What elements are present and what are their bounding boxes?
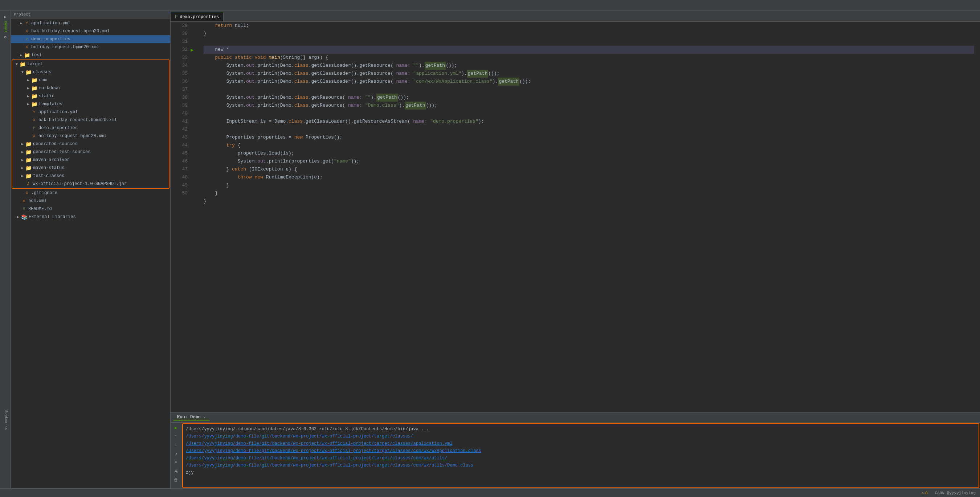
list-item[interactable]: ▶ Y application.yml <box>11 19 170 27</box>
folder-icon: 📁 <box>31 93 37 99</box>
run-up-button[interactable]: ↑ <box>172 433 180 440</box>
run-icon[interactable]: ▶ <box>1 12 10 21</box>
list-item[interactable]: ▶ 📁 templates <box>12 100 169 108</box>
output-link[interactable]: /Users/yyvyjinying/demo-file/git/backend… <box>186 433 414 440</box>
tab-label: demo.properties <box>180 14 219 20</box>
code-line: return null; <box>204 22 974 30</box>
editor-content[interactable]: 29 30 31 32 33 34 35 36 37 38 39 40 41 4… <box>170 22 980 412</box>
file-tree: ▶ Y application.yml X bak-holiday-reques… <box>11 19 170 488</box>
run-dropdown-icon[interactable]: ∨ <box>203 415 206 419</box>
code-area[interactable]: return null; } new * public static void … <box>198 22 980 412</box>
yml-icon: Y <box>24 20 30 26</box>
folder-icon: 📁 <box>20 61 26 67</box>
output-line: zjy <box>186 469 976 476</box>
list-item[interactable]: P demo.properties <box>11 35 170 43</box>
file-name: bak-holiday-request.bpmn20.xml <box>31 29 110 34</box>
code-line: } catch (IOException e) { <box>204 165 974 173</box>
list-item[interactable]: ▶ 📁 maven-status <box>12 164 169 172</box>
settings-icon[interactable]: ⚙ <box>1 33 10 41</box>
code-line: throw new RuntimeException(e); <box>204 173 974 181</box>
folder-icon: 📁 <box>31 85 37 91</box>
list-item[interactable]: X holiday-request.bpmn20.xml <box>11 43 170 51</box>
code-line <box>204 125 974 133</box>
output-line[interactable]: /Users/yyvyjinying/demo-file/git/backend… <box>186 433 976 440</box>
tree-arrow: ▶ <box>20 142 25 146</box>
run-panel-tabs: Run: Demo ∨ <box>170 413 980 422</box>
run-start-button[interactable]: ▶ <box>172 424 180 431</box>
code-line: InputStream is = Demo.class.getClassLoad… <box>204 118 974 125</box>
code-line: new * <box>204 46 974 54</box>
run-print-button[interactable]: 🖨 <box>172 468 180 475</box>
tree-arrow: ▶ <box>20 150 25 154</box>
list-item[interactable]: P demo.properties <box>12 124 169 132</box>
run-panel-content: ▶ ↑ ↓ ↺ ≡ 🖨 🗑 /Users/yyyyjinying/.sdkman… <box>170 422 980 488</box>
tree-arrow: ▼ <box>14 62 20 67</box>
output-link[interactable]: /Users/yyvyjinying/demo-file/git/backend… <box>186 440 453 447</box>
list-item[interactable]: ▶ 📁 test-classes <box>12 172 169 180</box>
properties-icon: P <box>31 125 37 131</box>
tree-arrow: ▼ <box>20 70 25 75</box>
code-line: Properties properties = new Properties()… <box>204 133 974 141</box>
file-name: pom.xml <box>28 198 46 203</box>
list-item[interactable]: ▶ 📁 test <box>11 51 170 59</box>
jar-icon: J <box>25 181 31 187</box>
folder-icon: 📁 <box>25 69 32 75</box>
list-item[interactable]: m pom.xml <box>11 197 170 205</box>
output-line[interactable]: /Users/yyvyjinying/demo-file/git/backend… <box>186 447 976 454</box>
run-rerun-button[interactable]: ↺ <box>172 450 180 457</box>
list-item[interactable]: X bak-holiday-request.bpmn20.xml <box>12 116 169 124</box>
output-link[interactable]: /Users/yyvyjinying/demo-file/git/backend… <box>186 447 481 454</box>
list-item[interactable]: ▶ 📁 maven-archiver <box>12 156 169 164</box>
run-trash-button[interactable]: 🗑 <box>172 476 180 484</box>
list-item[interactable]: G .gitignore <box>11 189 170 197</box>
line-numbers: 29 30 31 32 33 34 35 36 37 38 39 40 41 4… <box>170 22 191 412</box>
xml-icon: X <box>24 44 30 50</box>
pom-icon: m <box>21 198 27 204</box>
tree-arrow: ▶ <box>18 53 24 57</box>
run-tab-name: Demo <box>190 414 201 420</box>
output-link[interactable]: /Users/yyvyjinying/demo-file/git/backend… <box>186 454 447 462</box>
list-item[interactable]: Y application.yml <box>12 108 169 116</box>
run-down-button[interactable]: ↓ <box>172 441 180 449</box>
code-line: System.out.println(Demo.class.getResourc… <box>204 102 974 110</box>
output-line[interactable]: /Users/yyvyjinying/demo-file/git/backend… <box>186 454 976 462</box>
tab-demo-properties[interactable]: P demo.properties <box>170 12 224 21</box>
folder-name: static <box>39 94 54 98</box>
properties-icon: P <box>24 36 30 42</box>
list-item[interactable]: ▼ 📁 target <box>12 60 169 68</box>
list-item[interactable]: ▶ 📁 generated-sources <box>12 140 169 148</box>
list-item[interactable]: ▼ 📁 classes <box>12 68 169 76</box>
list-item[interactable]: ▶ 📁 markdown <box>12 84 169 92</box>
code-line: try { <box>204 141 974 149</box>
list-item[interactable]: ▶ 📁 generated-test-sources <box>12 148 169 156</box>
code-line <box>204 38 974 46</box>
run-output: /Users/yyyyjinying/.sdkman/candidates/ja… <box>182 423 979 487</box>
tree-arrow: ▶ <box>20 158 25 162</box>
list-item[interactable]: J wx-official-project-1.0-SNAPSHOT.jar <box>12 180 169 188</box>
list-item[interactable]: X bak-holiday-request.bpmn20.xml <box>11 27 170 35</box>
run-sort-button[interactable]: ≡ <box>172 459 180 466</box>
bookmarks-icon[interactable]: Bookmarks <box>2 416 10 424</box>
list-item[interactable]: X holiday-request.bpmn20.xml <box>12 132 169 140</box>
output-line[interactable]: /Users/yyvyjinying/demo-file/git/backend… <box>186 462 976 469</box>
list-item[interactable]: ▶ 📁 static <box>12 92 169 100</box>
list-item[interactable]: ▶ 📚 External Libraries <box>11 213 170 221</box>
run-tab-label: Run <box>177 414 185 420</box>
code-line: System.out.println(Demo.class.getClassLo… <box>204 78 974 86</box>
file-name: holiday-request.bpmn20.xml <box>31 44 99 50</box>
folder-icon: 📁 <box>25 173 32 179</box>
output-link[interactable]: /Users/yyvyjinying/demo-file/git/backend… <box>186 462 473 469</box>
list-item[interactable]: M README.md <box>11 205 170 213</box>
code-line: } <box>204 30 974 38</box>
folder-name: test-classes <box>33 173 64 178</box>
code-line: System.out.println(Demo.class.getClassLo… <box>204 70 974 78</box>
file-name: demo.properties <box>38 125 78 130</box>
commit-icon[interactable]: Commit <box>1 22 10 31</box>
xml-icon: X <box>31 133 37 139</box>
editor-area: P demo.properties 29 30 31 32 33 34 35 3… <box>170 11 980 412</box>
output-line[interactable]: /Users/yyvyjinying/demo-file/git/backend… <box>186 440 976 447</box>
list-item[interactable]: ▶ 📁 com <box>12 76 169 84</box>
tab-run[interactable]: Run: Demo ∨ <box>173 414 210 421</box>
tree-arrow: ▶ <box>25 102 31 106</box>
git-icon: G <box>24 190 30 196</box>
